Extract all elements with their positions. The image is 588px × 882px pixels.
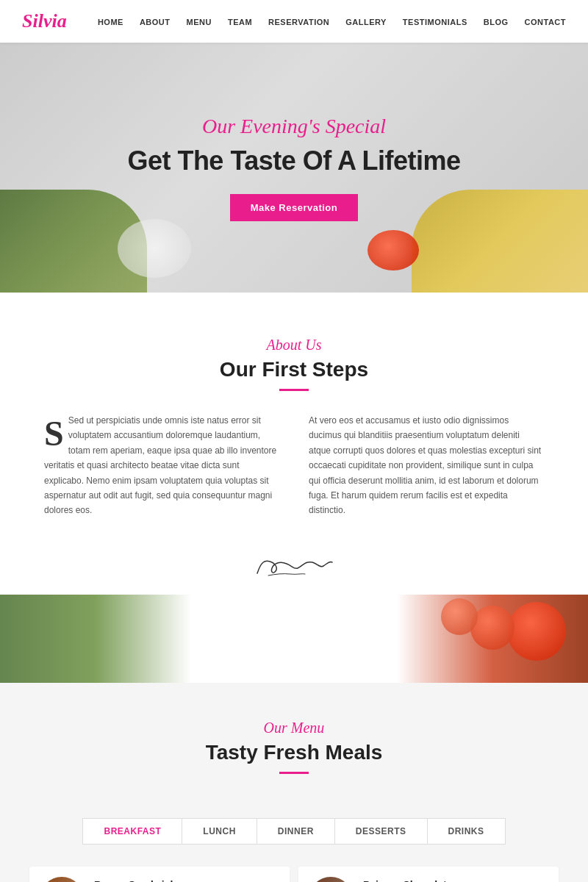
menu-tab-dinner[interactable]: DINNER (257, 819, 335, 844)
drop-cap: S (44, 416, 64, 451)
about-col-1: S Sed ut perspiciatis unde omnis iste na… (44, 413, 279, 518)
menu-divider (279, 772, 309, 774)
menu-title: Tasty Fresh Meals (29, 741, 559, 764)
menu-section: Our Menu Tasty Fresh Meals BREAKFASTLUNC… (0, 683, 588, 882)
about-col-2: At vero eos et accusamus et iusto odio d… (309, 413, 544, 518)
about-food-strip (0, 595, 588, 683)
menu-item: 🥐 Pain au Chocolat Is a sweet roll consi… (298, 867, 559, 882)
hero-title: Get The Taste Of A Lifetime (127, 146, 460, 176)
about-text-1: S Sed ut perspiciatis unde omnis iste na… (44, 413, 279, 518)
menu-tab-desserts[interactable]: DESSERTS (335, 819, 428, 844)
menu-item-name: Bacon Sandwich (94, 879, 253, 882)
hero-section: Our Evening's Special Get The Taste Of A… (0, 43, 588, 293)
menu-item: 🥓 Bacon Sandwich Delicious bacon wrapped… (29, 867, 290, 882)
about-section: About Us Our First Steps S Sed ut perspi… (0, 293, 588, 587)
navbar: Silvia HOMEABOUTMENUTEAMRESERVATIONGALLE… (0, 0, 588, 43)
nav-link-team[interactable]: TEAM (228, 18, 252, 26)
nav-link-blog[interactable]: BLOG (484, 18, 509, 26)
make-reservation-button[interactable]: Make Reservation (230, 194, 359, 221)
nav-link-contact[interactable]: CONTACT (525, 18, 566, 26)
menu-item-info: Pain au Chocolat Is a sweet roll consist… (363, 879, 522, 882)
about-text-2: At vero eos et accusamus et iusto odio d… (309, 413, 544, 518)
nav-link-home[interactable]: HOME (98, 18, 123, 26)
signature-area (44, 540, 544, 587)
menu-item-name: Pain au Chocolat (363, 879, 522, 882)
nav-menu: HOMEABOUTMENUTEAMRESERVATIONGALLERYTESTI… (98, 15, 566, 28)
signature-svg (250, 548, 338, 584)
menu-item-image: 🥐 (309, 877, 353, 882)
menu-tab-breakfast[interactable]: BREAKFAST (83, 819, 182, 844)
menu-tabs: BREAKFASTLUNCHDINNERDESSERTSDRINKS (82, 818, 505, 845)
menu-tab-lunch[interactable]: LUNCH (182, 819, 257, 844)
nav-link-reservation[interactable]: RESERVATION (268, 18, 329, 26)
nav-link-testimonials[interactable]: TESTIMONIALS (403, 18, 467, 26)
menu-tab-drinks[interactable]: DRINKS (428, 819, 505, 844)
hero-plate (118, 219, 191, 293)
tomato-decoration (507, 602, 566, 661)
nav-link-about[interactable]: ABOUT (140, 18, 171, 26)
site-logo[interactable]: Silvia (22, 10, 67, 32)
about-divider (279, 389, 309, 391)
menu-grid: 🥓 Bacon Sandwich Delicious bacon wrapped… (29, 867, 559, 882)
nav-link-menu[interactable]: MENU (187, 18, 212, 26)
menu-item-info: Bacon Sandwich Delicious bacon wrapped a… (94, 879, 253, 882)
about-title: Our First Steps (44, 358, 544, 381)
hero-content: Our Evening's Special Get The Taste Of A… (127, 115, 460, 221)
nav-link-gallery[interactable]: GALLERY (345, 18, 387, 26)
about-subtitle: About Us (44, 337, 544, 354)
tomato-decoration-3 (441, 598, 478, 635)
menu-item-image: 🥓 (40, 877, 84, 882)
menu-subtitle: Our Menu (29, 720, 559, 736)
hero-tomato (368, 230, 434, 282)
about-columns: S Sed ut perspiciatis unde omnis iste na… (44, 413, 544, 518)
hero-subtitle: Our Evening's Special (127, 115, 460, 138)
